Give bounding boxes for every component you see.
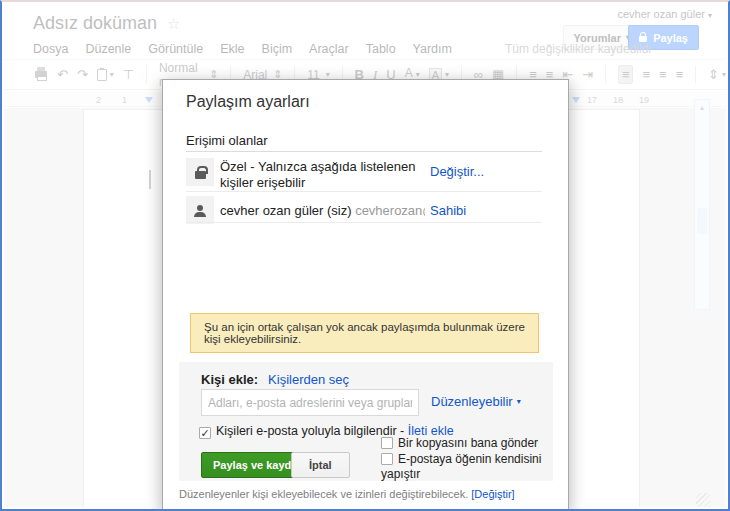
add-people-row: Kişi ekle: Kişilerden seç	[201, 372, 349, 387]
change-visibility-link[interactable]: Değiştir...	[430, 164, 484, 179]
owner-icon-box	[186, 196, 214, 224]
add-people-panel: Kişi ekle: Kişilerden seç Düzenleyebilir…	[179, 362, 553, 481]
access-section-label: Erişimi olanlar	[186, 133, 268, 148]
person-icon	[194, 212, 206, 217]
dialog-footer: Düzenleyenler kişi ekleyebilecek ve izin…	[179, 488, 515, 500]
dialog-title: Paylaşım ayarları	[186, 93, 310, 111]
notify-label: Kişileri e-posta yoluyla bilgilendir -	[216, 424, 404, 438]
owner-email: cevherozan@gmail....	[355, 203, 425, 218]
email-options: Bir kopyasını bana gönder E-postaya öğen…	[381, 436, 551, 483]
paste-item-checkbox[interactable]	[381, 453, 393, 465]
notice-text: Şu an için ortak çalışan yok ancak payla…	[204, 321, 525, 345]
choose-from-contacts-link[interactable]: Kişilerden seç	[268, 372, 349, 387]
add-people-label: Kişi ekle:	[201, 372, 258, 387]
visibility-icon-box	[186, 158, 214, 186]
permission-value: Düzenleyebilir	[431, 394, 513, 409]
send-copy-option: Bir kopyasını bana gönder	[381, 436, 551, 451]
chevron-down-icon: ▾	[517, 398, 521, 406]
divider	[186, 191, 542, 192]
owner-role-link[interactable]: Sahibi	[430, 203, 466, 218]
paste-item-label: E-postaya öğenin kendisini yapıştır	[381, 452, 541, 481]
visibility-text: Özel - Yalnızca aşağıda listelenen kişil…	[220, 159, 445, 191]
owner-name: cevher ozan güler (siz)	[220, 203, 352, 218]
cancel-button[interactable]: İptal	[291, 452, 350, 478]
lock-icon	[195, 171, 206, 179]
google-docs-window: Adsız doküman ☆ cevher ozan güler ▾ Yoru…	[0, 0, 730, 511]
sharing-settings-dialog: Paylaşım ayarları Erişimi olanlar Özel -…	[162, 79, 569, 511]
divider	[186, 222, 542, 223]
notify-checkbox checked[interactable]: ✓	[199, 427, 211, 439]
invite-input[interactable]	[201, 389, 419, 416]
send-copy-checkbox[interactable]	[381, 437, 393, 449]
paste-item-option: E-postaya öğenin kendisini yapıştır	[381, 452, 551, 482]
no-collaborators-notice: Şu an için ortak çalışan yok ancak payla…	[190, 313, 539, 353]
divider	[186, 151, 542, 152]
send-copy-label: Bir kopyasını bana gönder	[398, 436, 538, 450]
permission-select[interactable]: Düzenleyebilir ▾	[431, 394, 521, 409]
change-editors-permission-link[interactable]: [Değiştir]	[471, 488, 514, 500]
editors-permission-text: Düzenleyenler kişi ekleyebilecek ve izin…	[179, 488, 468, 500]
owner-row: cevher ozan güler (siz) cevherozan@gmail…	[220, 203, 425, 218]
